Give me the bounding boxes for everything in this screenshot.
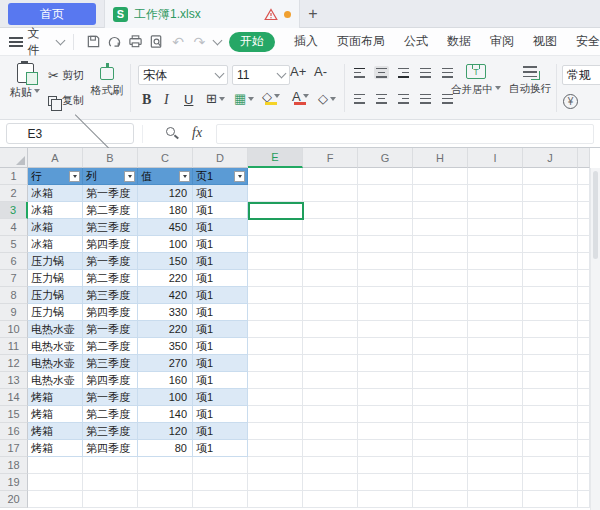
- cell-J14[interactable]: [523, 389, 578, 406]
- cell-F3[interactable]: [303, 202, 358, 219]
- cell-E16[interactable]: [248, 423, 303, 440]
- filter-icon[interactable]: [69, 171, 80, 182]
- cell-F11[interactable]: [303, 338, 358, 355]
- cell-G9[interactable]: [358, 304, 413, 321]
- shrink-font-button[interactable]: A-: [314, 64, 327, 79]
- cell-F7[interactable]: [303, 270, 358, 287]
- cell-C11[interactable]: 350: [138, 338, 193, 355]
- cell-A11[interactable]: 电热水壶: [28, 338, 83, 355]
- cell-C5[interactable]: 100: [138, 236, 193, 253]
- cell-partial-12[interactable]: [578, 355, 590, 372]
- column-header-H[interactable]: H: [413, 148, 468, 168]
- cell-C2[interactable]: 120: [138, 185, 193, 202]
- cell-partial-8[interactable]: [578, 287, 590, 304]
- cell-B7[interactable]: 第二季度: [83, 270, 138, 287]
- cell-partial-14[interactable]: [578, 389, 590, 406]
- cell-partial-15[interactable]: [578, 406, 590, 423]
- document-tab[interactable]: S 工作簿1.xlsx: [104, 0, 300, 28]
- cell-D2[interactable]: 项1: [193, 185, 248, 202]
- wrap-text-button[interactable]: 自动换行: [506, 63, 554, 96]
- column-header-A[interactable]: A: [28, 148, 83, 168]
- column-header-G[interactable]: G: [358, 148, 413, 168]
- cell-D17[interactable]: 项1: [193, 440, 248, 457]
- vertical-scrollbar[interactable]: [590, 168, 600, 510]
- cut-button[interactable]: ✂剪切: [48, 68, 84, 83]
- cell-C1[interactable]: 值: [138, 168, 193, 185]
- cell-J4[interactable]: [523, 219, 578, 236]
- cell-A20[interactable]: [28, 491, 83, 508]
- cell-F17[interactable]: [303, 440, 358, 457]
- hamburger-icon[interactable]: [9, 37, 23, 47]
- cell-partial-9[interactable]: [578, 304, 590, 321]
- select-all-corner[interactable]: [0, 148, 28, 168]
- cell-F20[interactable]: [303, 491, 358, 508]
- cell-H9[interactable]: [413, 304, 468, 321]
- grow-font-button[interactable]: A+: [290, 64, 306, 79]
- cell-E13[interactable]: [248, 372, 303, 389]
- tab-insert[interactable]: 插入: [294, 33, 318, 50]
- cell-C14[interactable]: 100: [138, 389, 193, 406]
- cell-A5[interactable]: 冰箱: [28, 236, 83, 253]
- cell-partial-4[interactable]: [578, 219, 590, 236]
- tab-review[interactable]: 审阅: [490, 33, 514, 50]
- cell-J9[interactable]: [523, 304, 578, 321]
- cell-partial-10[interactable]: [578, 321, 590, 338]
- tab-start[interactable]: 开始: [229, 32, 275, 52]
- cell-partial-7[interactable]: [578, 270, 590, 287]
- cell-B16[interactable]: 第三季度: [83, 423, 138, 440]
- cell-H12[interactable]: [413, 355, 468, 372]
- cell-F15[interactable]: [303, 406, 358, 423]
- column-header-D[interactable]: D: [193, 148, 248, 168]
- cell-G18[interactable]: [358, 457, 413, 474]
- cell-G15[interactable]: [358, 406, 413, 423]
- paste-button[interactable]: 粘贴: [6, 63, 44, 100]
- row-header-15[interactable]: 15: [0, 406, 28, 423]
- cell-E19[interactable]: [248, 474, 303, 491]
- cell-A19[interactable]: [28, 474, 83, 491]
- cell-A10[interactable]: 电热水壶: [28, 321, 83, 338]
- cell-F16[interactable]: [303, 423, 358, 440]
- row-header-4[interactable]: 4: [0, 219, 28, 236]
- cell-H8[interactable]: [413, 287, 468, 304]
- cell-C10[interactable]: 220: [138, 321, 193, 338]
- font-size-select[interactable]: 11: [232, 65, 290, 85]
- cell-A9[interactable]: 压力锅: [28, 304, 83, 321]
- cell-C19[interactable]: [138, 474, 193, 491]
- cell-G20[interactable]: [358, 491, 413, 508]
- cell-B20[interactable]: [83, 491, 138, 508]
- warning-icon[interactable]: [264, 8, 278, 21]
- cell-I1[interactable]: [468, 168, 523, 185]
- new-tab-button[interactable]: +: [302, 4, 324, 24]
- cell-H1[interactable]: [413, 168, 468, 185]
- cell-A3[interactable]: 冰箱: [28, 202, 83, 219]
- row-header-1[interactable]: 1: [0, 168, 28, 185]
- cell-E5[interactable]: [248, 236, 303, 253]
- row-header-19[interactable]: 19: [0, 474, 28, 491]
- cell-D4[interactable]: 项1: [193, 219, 248, 236]
- cell-C17[interactable]: 80: [138, 440, 193, 457]
- cell-F12[interactable]: [303, 355, 358, 372]
- number-format-select[interactable]: 常规: [562, 65, 600, 85]
- cell-C6[interactable]: 150: [138, 253, 193, 270]
- column-header-partial[interactable]: [578, 148, 590, 168]
- cell-F19[interactable]: [303, 474, 358, 491]
- cell-partial-5[interactable]: [578, 236, 590, 253]
- bold-button[interactable]: B: [142, 92, 151, 108]
- cell-E2[interactable]: [248, 185, 303, 202]
- row-header-3[interactable]: 3: [0, 202, 28, 219]
- column-header-I[interactable]: I: [468, 148, 523, 168]
- cell-B11[interactable]: 第二季度: [83, 338, 138, 355]
- currency-icon[interactable]: ¥: [563, 94, 578, 109]
- cell-A15[interactable]: 烤箱: [28, 406, 83, 423]
- cell-E11[interactable]: [248, 338, 303, 355]
- row-header-16[interactable]: 16: [0, 423, 28, 440]
- cell-F5[interactable]: [303, 236, 358, 253]
- cell-partial-13[interactable]: [578, 372, 590, 389]
- cell-A7[interactable]: 压力锅: [28, 270, 83, 287]
- cell-I10[interactable]: [468, 321, 523, 338]
- cell-I9[interactable]: [468, 304, 523, 321]
- cell-D15[interactable]: 项1: [193, 406, 248, 423]
- align-right-icon[interactable]: [396, 92, 411, 105]
- row-header-14[interactable]: 14: [0, 389, 28, 406]
- cell-G10[interactable]: [358, 321, 413, 338]
